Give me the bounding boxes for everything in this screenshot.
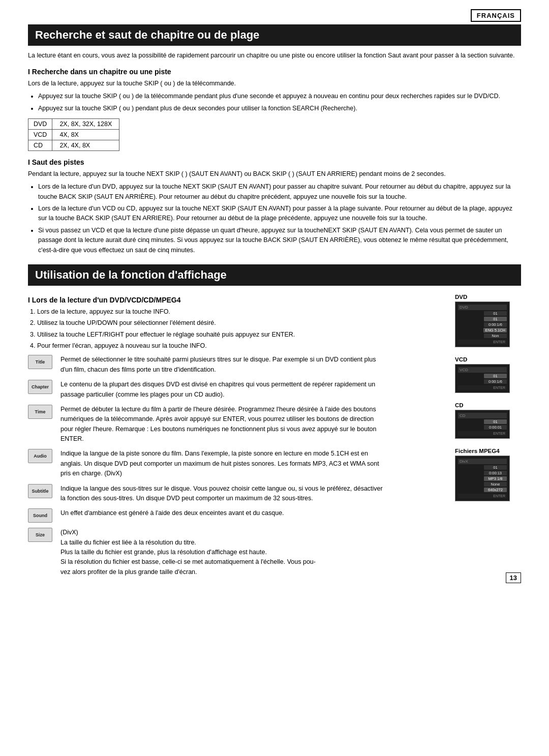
table-cell: 2X, 4X, 8X bbox=[52, 140, 119, 150]
mpeg4-row-1: 01 bbox=[458, 465, 507, 470]
cd-panel-block: CD CD 01 0:00:01 ENTER bbox=[455, 399, 521, 439]
bullet-item: Lors de la lecture d'un VCD ou CD, appuy… bbox=[38, 204, 521, 224]
size-icon-label: Size bbox=[36, 532, 45, 537]
sub1-bullets: Appuyez sur la touche SKIP ( ou ) de la … bbox=[38, 92, 521, 113]
feature-audio-icon: Audio bbox=[28, 449, 57, 463]
feature-time-text: Permet de débuter la lecture du film à p… bbox=[60, 405, 384, 444]
feature-chapter-text: Le contenu de la plupart des disques DVD… bbox=[60, 380, 384, 400]
title-icon-box: Title bbox=[28, 355, 52, 369]
table-cell: 4X, 8X bbox=[52, 129, 119, 140]
speed-table: DVD 2X, 8X, 32X, 128X VCD 4X, 8X CD 2X, … bbox=[28, 118, 119, 151]
sub1-body: Lors de la lecture, appuyez sur la touch… bbox=[28, 79, 521, 88]
cd-panel: CD 01 0:00:01 ENTER bbox=[455, 410, 510, 439]
feature-subtitle-icon: Subtitle bbox=[28, 484, 57, 498]
audio-icon-label: Audio bbox=[34, 453, 47, 459]
dvd-row-3: 0:00:1/6 bbox=[458, 322, 507, 327]
mpeg4-panel: DivX 01 0:00:13 MP3 1/8 bbox=[455, 456, 510, 501]
steps-list: 1. Lors de la lecture, appuyez sur la to… bbox=[30, 307, 384, 351]
language-badge: FRANÇAIS bbox=[471, 9, 521, 22]
table-cell: VCD bbox=[28, 129, 52, 140]
time-icon-label: Time bbox=[35, 409, 46, 414]
section2-content: I Lors de la lecture d'un DVD/VCD/CD/MPE… bbox=[28, 291, 521, 582]
dvd-bottom: ENTER bbox=[458, 340, 507, 344]
feature-size-row: Size (DivX) La taille du fichier est lié… bbox=[28, 528, 384, 577]
feature-title-icon: Title bbox=[28, 355, 57, 369]
feature-time-row: Time Permet de débuter la lecture du fil… bbox=[28, 405, 384, 444]
dvd-panel-block: DVD DVD 01 01 0:00:1/6 bbox=[455, 291, 521, 347]
bullet-item: Si vous passez un VCD et que la lecture … bbox=[38, 226, 521, 255]
sound-icon-box: Sound bbox=[28, 508, 52, 523]
feature-sound-row: Sound Un effet d'ambiance est généré à l… bbox=[28, 508, 384, 523]
mpeg4-row-2: 0:00:13 bbox=[458, 471, 507, 475]
feature-chapter-row: Chapter Le contenu de la plupart des dis… bbox=[28, 380, 384, 400]
sub2-title: I Saut des pistes bbox=[28, 158, 521, 166]
sub2-bullets: Lors de la lecture d'un DVD, appuyez sur… bbox=[38, 182, 521, 255]
time-icon-box: Time bbox=[28, 405, 52, 419]
chapter-icon-box: Chapter bbox=[28, 380, 52, 394]
section1-title: Recherche et saut de chapitre ou de plag… bbox=[28, 24, 521, 46]
size-icon-box: Size bbox=[28, 528, 52, 542]
cd-row-1: 01 bbox=[458, 419, 507, 424]
sub2-body: Pendant la lecture, appuyez sur la touch… bbox=[28, 169, 521, 179]
feature-sound-icon: Sound bbox=[28, 508, 57, 523]
cd-bottom: ENTER bbox=[458, 431, 507, 436]
mpeg4-row-5: 640x272 bbox=[458, 488, 507, 492]
section2-title: Utilisation de la fonction d'affichage bbox=[28, 264, 521, 286]
step-item: 2. Utilisez la touche UP/DOWN pour sélec… bbox=[30, 318, 384, 328]
bullet-item: Appuyez sur la touche SKIP ( ou ) de la … bbox=[38, 92, 521, 101]
audio-icon-box: Audio bbox=[28, 449, 52, 463]
vcd-panel-block: VCD VCD 01 0:00:1/6 ENTER bbox=[455, 353, 521, 393]
right-panels: DVD DVD 01 01 0:00:1/6 bbox=[455, 291, 521, 582]
left-column: I Lors de la lecture d'un DVD/VCD/CD/MPE… bbox=[28, 291, 455, 582]
feature-sound-text: Un effet d'ambiance est généré à l'aide … bbox=[60, 508, 384, 518]
title-icon-label: Title bbox=[36, 359, 45, 365]
feature-subtitle-row: Subtitle Indique la langue des sous-titr… bbox=[28, 484, 384, 504]
cd-panel-type: CD bbox=[458, 413, 507, 418]
cd-row-2: 0:00:01 bbox=[458, 425, 507, 430]
feature-title-text: Permet de sélectionner le titre souhaité… bbox=[60, 355, 384, 375]
vcd-panel-type: VCD bbox=[458, 367, 507, 373]
step-item: 3. Utilisez la touche LEFT/RIGHT pour ef… bbox=[30, 330, 384, 340]
vcd-row-2: 0:00:1/6 bbox=[458, 379, 507, 384]
vcd-row-1: 01 bbox=[458, 374, 507, 378]
dvd-panel: DVD 01 01 0:00:1/6 ENG bbox=[455, 301, 510, 347]
bullet-item: Appuyez sur la touche SKIP ( ou ) pendan… bbox=[38, 104, 521, 113]
vcd-panel: VCD 01 0:00:1/6 ENTER bbox=[455, 364, 510, 393]
dvd-panel-type: DVD bbox=[458, 305, 507, 310]
step-item: 1. Lors de la lecture, appuyez sur la to… bbox=[30, 307, 384, 317]
feature-time-icon: Time bbox=[28, 405, 57, 419]
feature-size-icon: Size bbox=[28, 528, 57, 542]
feature-title-row: Title Permet de sélectionner le titre so… bbox=[28, 355, 384, 375]
feature-audio-row: Audio Indique la langue de la piste sono… bbox=[28, 449, 384, 478]
mpeg4-bottom: ENTER bbox=[458, 494, 507, 498]
subtitle-icon-box: Subtitle bbox=[28, 484, 52, 498]
dvd-panel-label: DVD bbox=[455, 294, 467, 300]
chapter-icon-label: Chapter bbox=[32, 384, 49, 389]
section2-sub1-title: I Lors de la lecture d'un DVD/VCD/CD/MPE… bbox=[28, 296, 384, 304]
page: FRANÇAIS Recherche et saut de chapitre o… bbox=[0, 0, 549, 597]
vcd-bottom: ENTER bbox=[458, 385, 507, 390]
dvd-row-4: ENG 5.1CH bbox=[458, 328, 507, 332]
page-number: 13 bbox=[506, 572, 521, 583]
mpeg4-panel-label: Fichiers MPEG4 bbox=[455, 448, 500, 454]
feature-audio-text: Indique la langue de la piste sonore du … bbox=[60, 449, 384, 478]
mpeg4-row-4: None bbox=[458, 482, 507, 487]
bullet-item: Lors de la lecture d'un DVD, appuyez sur… bbox=[38, 182, 521, 202]
table-cell: CD bbox=[28, 140, 52, 150]
sound-icon-label: Sound bbox=[33, 513, 47, 518]
mpeg4-panel-block: Fichiers MPEG4 DivX 01 0:00:13 MP3 1/8 bbox=[455, 445, 521, 501]
dvd-row-5: Non bbox=[458, 334, 507, 338]
dvd-row-1: 01 bbox=[458, 311, 507, 316]
table-cell: DVD bbox=[28, 118, 52, 129]
sub1-title: I Recherche dans un chapitre ou une pist… bbox=[28, 68, 521, 76]
dvd-row-2: 01 bbox=[458, 317, 507, 321]
section1-intro: La lecture étant en cours, vous avez la … bbox=[28, 51, 521, 61]
table-cell: 2X, 8X, 32X, 128X bbox=[52, 118, 119, 129]
feature-chapter-icon: Chapter bbox=[28, 380, 57, 394]
mpeg4-panel-type: DivX bbox=[458, 459, 507, 464]
step-item: 4. Pour fermer l'écran, appuyez à nouvea… bbox=[30, 341, 384, 351]
mpeg4-row-3: MP3 1/8 bbox=[458, 476, 507, 481]
feature-subtitle-text: Indique la langue des sous-titres sur le… bbox=[60, 484, 384, 504]
subtitle-icon-label: Subtitle bbox=[32, 489, 49, 494]
vcd-panel-label: VCD bbox=[455, 356, 467, 362]
